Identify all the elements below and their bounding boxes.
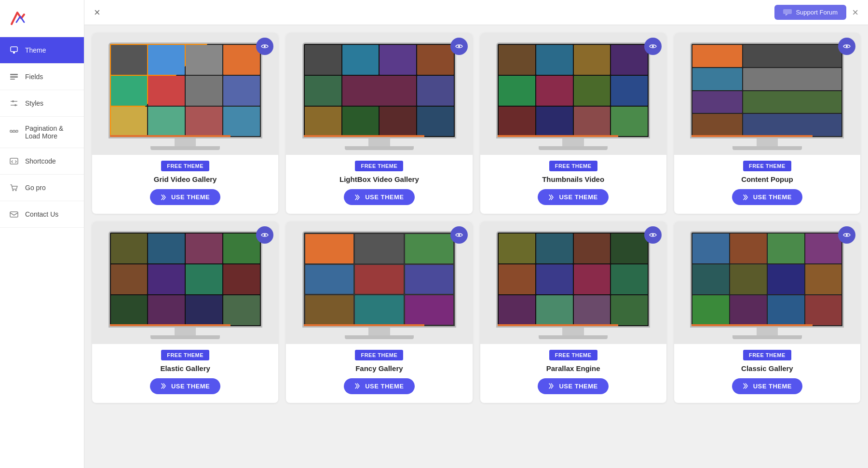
orange-accent-bar — [692, 324, 812, 326]
svg-point-21 — [652, 45, 654, 47]
preview-eye-button-5[interactable] — [256, 226, 273, 244]
top-bar: × Support Forum × — [84, 0, 868, 25]
sidebar-item-contact[interactable]: Contact Us — [0, 201, 84, 228]
svg-rect-14 — [10, 158, 18, 164]
theme-title-6: Fancy Gallery — [355, 364, 403, 372]
monitor-body — [690, 42, 844, 138]
theme-grid: FREE THEME Grid Video Gallery USE THEME — [84, 25, 868, 468]
dialog-close-button[interactable]: × — [94, 7, 100, 18]
preview-eye-button-8[interactable] — [838, 226, 855, 244]
monitor-stand — [302, 138, 456, 150]
free-badge-1: FREE THEME — [161, 161, 209, 171]
orange-accent-bar — [304, 135, 424, 137]
monitor-neck — [368, 138, 390, 146]
preview-eye-button-3[interactable] — [644, 38, 662, 55]
use-theme-button-6[interactable]: USE THEME — [344, 378, 414, 394]
svg-point-26 — [846, 234, 848, 236]
svg-point-19 — [264, 45, 266, 47]
use-theme-button-1[interactable]: USE THEME — [150, 189, 220, 205]
monitor — [690, 231, 844, 339]
preview-eye-button-7[interactable] — [644, 226, 662, 244]
top-bar-right: Support Forum × — [774, 5, 858, 20]
orange-accent-bar — [498, 135, 618, 137]
monitor — [302, 231, 456, 339]
monitor-stand — [108, 328, 262, 339]
monitor-body — [302, 231, 456, 327]
envelope-icon — [9, 209, 19, 220]
card-preview-1 — [92, 33, 278, 155]
monitor-screen — [692, 233, 842, 326]
orange-accent-bar — [304, 324, 424, 326]
monitor-neck — [757, 138, 778, 146]
svg-point-6 — [12, 100, 14, 102]
card-preview-6 — [286, 221, 472, 344]
use-theme-button-5[interactable]: USE THEME — [150, 378, 220, 394]
theme-title-8: Classic Gallery — [741, 364, 793, 372]
monitor-wrap — [108, 231, 262, 339]
use-theme-button-8[interactable]: USE THEME — [732, 378, 802, 394]
svg-point-8 — [14, 104, 16, 106]
monitor-body — [108, 231, 262, 327]
monitor-screen — [692, 44, 842, 137]
support-forum-button[interactable]: Support Forum — [774, 5, 846, 20]
monitor-stand — [496, 138, 650, 150]
free-badge-2: FREE THEME — [355, 161, 403, 171]
theme-card-3: FREE THEME Thumbnails Video USE THEME — [480, 33, 666, 214]
sidebar-item-styles[interactable]: Styles — [0, 90, 84, 117]
preview-eye-button-6[interactable] — [450, 226, 468, 244]
monitor-base — [539, 146, 608, 150]
sidebar-item-gopro-label: Go pro — [25, 184, 46, 192]
sidebar-item-fields[interactable]: Fields — [0, 64, 84, 90]
svg-rect-2 — [10, 74, 18, 75]
theme-title-2: LightBox Video Gallery — [339, 175, 419, 183]
free-badge-7: FREE THEME — [549, 350, 597, 360]
sidebar-item-shortcode[interactable]: Shortcode — [0, 148, 84, 175]
monitor-wrap — [690, 42, 844, 150]
app-logo — [8, 9, 27, 28]
monitor-wrap — [108, 42, 262, 150]
theme-card-7: FREE THEME Parallax Engine USE THEME — [480, 221, 666, 402]
monitor-wrap — [302, 231, 456, 339]
svg-rect-4 — [10, 79, 15, 80]
sidebar-item-fields-label: Fields — [25, 73, 43, 81]
svg-rect-11 — [16, 130, 18, 132]
pagination-icon — [9, 127, 19, 138]
monitor-neck — [175, 138, 196, 146]
card-preview-4 — [674, 33, 860, 155]
use-theme-button-4[interactable]: USE THEME — [732, 189, 802, 205]
preview-eye-button-4[interactable] — [838, 38, 855, 55]
monitor-wrap — [690, 231, 844, 339]
use-theme-button-7[interactable]: USE THEME — [538, 378, 608, 394]
monitor-wrap — [302, 42, 456, 150]
main-close-button[interactable]: × — [852, 6, 858, 19]
svg-point-24 — [458, 234, 460, 236]
use-theme-button-2[interactable]: USE THEME — [344, 189, 414, 205]
monitor — [496, 231, 650, 339]
svg-point-23 — [264, 234, 266, 236]
sidebar-item-pagination[interactable]: Pagination & Load More — [0, 117, 84, 148]
monitor — [302, 42, 456, 150]
sidebar-item-gopro[interactable]: Go pro — [0, 175, 84, 201]
sidebar-item-theme[interactable]: Theme — [0, 37, 84, 64]
svg-rect-10 — [13, 130, 15, 132]
theme-title-4: Content Popup — [741, 175, 793, 183]
sliders-icon — [9, 98, 19, 109]
free-badge-5: FREE THEME — [161, 350, 209, 360]
svg-rect-17 — [10, 212, 18, 217]
use-theme-button-3[interactable]: USE THEME — [538, 189, 608, 205]
svg-point-25 — [652, 234, 654, 236]
monitor — [496, 42, 650, 150]
monitor-stand — [302, 328, 456, 339]
preview-eye-button-1[interactable] — [256, 38, 273, 55]
monitor-neck — [562, 138, 584, 146]
preview-eye-button-2[interactable] — [450, 38, 468, 55]
card-preview-7 — [480, 221, 666, 344]
support-forum-label: Support Forum — [796, 9, 838, 16]
theme-card-6: FREE THEME Fancy Gallery USE THEME — [286, 221, 472, 402]
monitor-neck — [368, 328, 390, 335]
free-badge-3: FREE THEME — [549, 161, 597, 171]
sidebar-item-pagination-label: Pagination & Load More — [25, 124, 75, 140]
monitor-neck — [757, 328, 778, 335]
svg-rect-18 — [783, 9, 792, 14]
svg-point-22 — [846, 45, 848, 47]
